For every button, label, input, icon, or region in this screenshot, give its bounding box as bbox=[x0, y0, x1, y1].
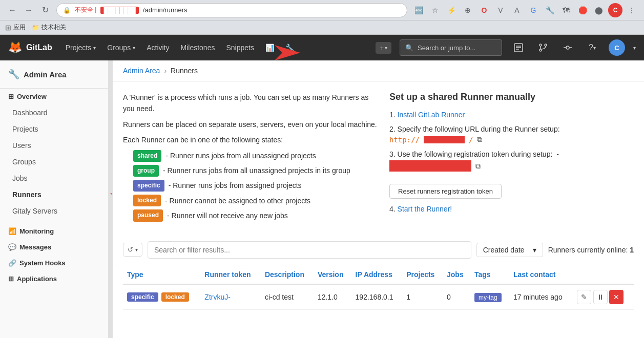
overview-label: Overview bbox=[17, 93, 47, 100]
locked-desc: - Runner cannot be assigned to other pro… bbox=[165, 195, 310, 206]
sidebar-item-runners[interactable]: Runners bbox=[0, 186, 112, 203]
sort-dropdown[interactable]: Created date ▾ bbox=[476, 243, 543, 257]
col-jobs: Jobs bbox=[443, 265, 470, 284]
google-button[interactable]: G bbox=[526, 3, 541, 17]
tools-button[interactable]: 🔧 bbox=[543, 3, 557, 17]
lightning-button[interactable]: ⚡ bbox=[444, 3, 459, 17]
apps-bookmark[interactable]: ⊞ 应用 bbox=[5, 23, 26, 32]
token-copy-button[interactable]: ⧉ bbox=[475, 162, 481, 171]
plus-icon: + bbox=[380, 44, 384, 52]
tech-folder-bookmark[interactable]: 📁 技术相关 bbox=[32, 23, 66, 32]
nav-snippets[interactable]: Snippets bbox=[221, 40, 259, 55]
overview-grid-icon: ⊞ bbox=[8, 93, 14, 100]
state-shared: shared - Runner runs jobs from all unass… bbox=[133, 150, 379, 162]
header-commits-button[interactable] bbox=[559, 39, 576, 56]
setup-step-4: 4. Start the Runner! bbox=[389, 205, 605, 213]
sidebar-header-icon: 🔧 bbox=[8, 69, 19, 80]
bookmark-button[interactable]: ☆ bbox=[428, 3, 442, 17]
col-actions bbox=[573, 265, 634, 284]
gitlab-logo[interactable]: 🦊 GitLab bbox=[8, 41, 52, 54]
header-plus-button[interactable]: + ▾ bbox=[376, 42, 391, 54]
monitoring-signal-icon: 📶 bbox=[8, 227, 16, 235]
sidebar-header-text: Admin Area bbox=[24, 70, 67, 79]
row-version-cell: 12.1.0 bbox=[314, 284, 351, 310]
acrobat-button[interactable]: A bbox=[510, 3, 524, 17]
nav-wrench[interactable]: 🔧 bbox=[280, 40, 299, 55]
runner-token-link[interactable]: ZtrvkuJ- bbox=[204, 293, 231, 301]
table-row: specific locked ZtrvkuJ- ci-cd test 12.1… bbox=[123, 284, 634, 310]
header-help-button[interactable]: ? ▾ bbox=[584, 39, 600, 56]
user-avatar[interactable]: C bbox=[609, 39, 625, 56]
browser-nav-buttons: ← → ↻ bbox=[5, 3, 52, 17]
user-button[interactable]: C bbox=[608, 3, 622, 17]
filter-search-input[interactable] bbox=[148, 241, 471, 259]
sidebar: 🔧 Admin Area ⊞ Overview Dashboard Projec… bbox=[0, 60, 113, 338]
url-path: /admin/runners bbox=[143, 6, 188, 14]
vivaldi-button[interactable]: V bbox=[493, 3, 508, 17]
breadcrumb-parent-link[interactable]: Admin Area bbox=[123, 67, 160, 75]
opera-button[interactable]: O bbox=[477, 3, 491, 17]
filter-history-button[interactable]: ↺ ▾ bbox=[123, 243, 142, 257]
forward-button[interactable]: → bbox=[22, 3, 36, 17]
nav-groups[interactable]: Groups ▾ bbox=[102, 40, 140, 55]
apps-grid-icon: ⊞ bbox=[5, 24, 11, 32]
row-ip: 192.168.0.1 bbox=[356, 293, 393, 301]
sidebar-item-dashboard[interactable]: Dashboard bbox=[0, 104, 112, 121]
col-type: Type bbox=[123, 265, 200, 284]
paused-badge: paused bbox=[133, 209, 163, 221]
back-button[interactable]: ← bbox=[5, 3, 19, 17]
sidebar-section-overview[interactable]: ⊞ Overview bbox=[0, 89, 112, 104]
header-todo-button[interactable] bbox=[510, 39, 527, 56]
edit-runner-button[interactable]: ✎ bbox=[577, 290, 591, 304]
step-1-num: 1. bbox=[389, 111, 398, 119]
pause-runner-button[interactable]: ⏸ bbox=[593, 290, 608, 304]
discord-button[interactable]: ⬤ bbox=[592, 3, 606, 17]
sidebar-item-gitaly[interactable]: Gitaly Servers bbox=[0, 203, 112, 219]
plus-button[interactable]: ⊕ bbox=[461, 3, 475, 17]
sidebar-section-messages[interactable]: 💬 Messages bbox=[0, 239, 112, 255]
history-chevron: ▾ bbox=[135, 247, 138, 252]
sidebar-item-projects[interactable]: Projects bbox=[0, 121, 112, 137]
sidebar-section-monitoring[interactable]: 📶 Monitoring bbox=[0, 223, 112, 239]
applications-label: Applications bbox=[17, 275, 57, 283]
block-button[interactable]: 🛑 bbox=[575, 3, 590, 17]
maps-button[interactable]: 🗺 bbox=[559, 3, 573, 17]
sidebar-section-applications[interactable]: ⊞ Applications bbox=[0, 271, 112, 287]
row-locked-badge: locked bbox=[161, 292, 189, 302]
svg-point-6 bbox=[545, 44, 547, 46]
nav-activity[interactable]: Activity bbox=[141, 40, 174, 55]
header-merge-button[interactable] bbox=[535, 39, 551, 56]
reset-token-button[interactable]: Reset runners registration token bbox=[389, 184, 502, 199]
svg-marker-11 bbox=[110, 187, 113, 201]
nav-stats[interactable]: 📊 bbox=[260, 40, 279, 55]
install-runner-link[interactable]: Install GitLab Runner bbox=[398, 111, 465, 119]
runners-online-info: Runners currently online: 1 bbox=[548, 246, 634, 254]
locked-badge: locked bbox=[133, 195, 161, 206]
history-icon: ↺ bbox=[128, 246, 133, 253]
url-copy-button[interactable]: ⧉ bbox=[477, 135, 482, 144]
sidebar-item-jobs[interactable]: Jobs bbox=[0, 170, 112, 186]
messages-label: Messages bbox=[19, 243, 51, 251]
setup-title: Set up a shared Runner manually bbox=[389, 92, 605, 102]
reload-button[interactable]: ↻ bbox=[38, 3, 52, 17]
nav-groups-label: Groups bbox=[107, 44, 131, 52]
folder-icon: 📁 bbox=[32, 24, 39, 31]
runners-table: Type Runner token Description Version IP… bbox=[123, 265, 634, 310]
delete-runner-button[interactable]: ✕ bbox=[609, 290, 624, 304]
sidebar-item-groups[interactable]: Groups bbox=[0, 154, 112, 170]
start-runner-link[interactable]: Start the Runner! bbox=[398, 205, 452, 213]
row-token-cell: ZtrvkuJ- bbox=[200, 284, 261, 310]
nav-milestones[interactable]: Milestones bbox=[176, 40, 220, 55]
table-header-row: Type Runner token Description Version IP… bbox=[123, 265, 634, 284]
address-bar[interactable]: 🔒 不安全 | ████████ /admin/runners bbox=[56, 3, 407, 17]
row-last-contact-cell: 17 minutes ago bbox=[509, 284, 573, 310]
breadcrumb-separator: › bbox=[164, 67, 167, 75]
token-redacted-block bbox=[389, 160, 471, 172]
menu-button[interactable]: ⋮ bbox=[625, 3, 639, 17]
nav-snippets-label: Snippets bbox=[226, 44, 254, 52]
translate-button[interactable]: 🔤 bbox=[411, 3, 426, 17]
sidebar-section-system-hooks[interactable]: 🔗 System Hooks bbox=[0, 255, 112, 271]
sidebar-item-users[interactable]: Users bbox=[0, 137, 112, 154]
nav-projects[interactable]: Projects ▾ bbox=[60, 40, 101, 55]
header-search[interactable]: 🔍 Search or jump to... bbox=[400, 39, 502, 56]
